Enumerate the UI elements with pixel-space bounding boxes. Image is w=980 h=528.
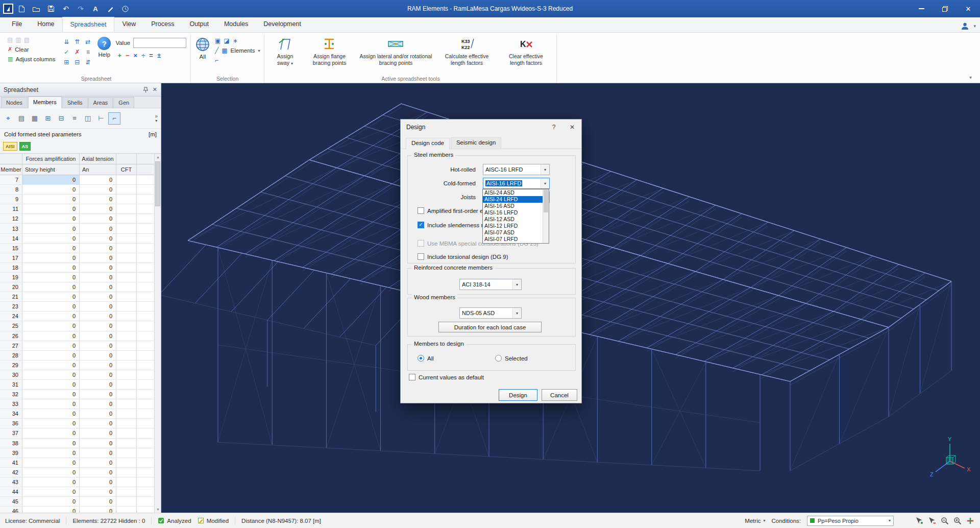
value-input[interactable] xyxy=(133,38,186,48)
grid-row-21[interactable]: 2100 xyxy=(0,292,154,302)
adjust-columns-button[interactable]: ▥Adjust columns xyxy=(6,55,57,63)
grid-row-7[interactable]: 700 xyxy=(0,175,154,185)
elements-dropdown[interactable]: Elements xyxy=(231,47,255,54)
bracket-select-icon[interactable]: ⌐ xyxy=(215,57,218,64)
title-bar[interactable]: ↶ ↷ A RAM Elements - RamLaMesa Cargas Wv… xyxy=(0,0,980,17)
radio-all-row[interactable]: All xyxy=(418,354,434,362)
menu-tab-process[interactable]: Process xyxy=(143,17,182,32)
grid-row-41[interactable]: 4100 xyxy=(0,458,154,468)
grid-row-13[interactable]: 1300 xyxy=(0,224,154,233)
panel-tool-1-icon[interactable]: ⌖ xyxy=(2,112,14,125)
tab-seismic-design[interactable]: Seismic design xyxy=(451,137,501,149)
grid-row-8[interactable]: 800 xyxy=(0,185,154,195)
grid-tool-7-icon[interactable]: ⊞ xyxy=(61,57,71,67)
grid-row-11[interactable]: 1100 xyxy=(0,204,154,214)
help-button[interactable]: ? Help xyxy=(97,35,111,58)
grid-row-17[interactable]: 1700 xyxy=(0,253,154,263)
plus-minus-icon[interactable]: ± xyxy=(157,52,161,59)
undo-icon[interactable]: ↶ xyxy=(59,2,72,15)
grid-row-27[interactable]: 2700 xyxy=(0,341,154,351)
dropdown-option[interactable]: AISI-07 LRFD xyxy=(483,236,543,243)
add-icon[interactable]: + xyxy=(117,52,121,59)
redo-icon[interactable]: ↷ xyxy=(74,2,87,15)
menu-tab-home[interactable]: Home xyxy=(30,17,62,32)
grid-row-19[interactable]: 1900 xyxy=(0,273,154,282)
amplified-checkbox-row[interactable]: Amplified first-order ela xyxy=(418,207,487,214)
panel-tab-gen[interactable]: Gen xyxy=(113,97,134,108)
assign-lateral-bracing-button[interactable]: Assign lateral and/or rotational bracing… xyxy=(357,35,434,66)
slenderness-checkbox-row[interactable]: Include slenderness rec xyxy=(418,221,489,229)
radio-selected-row[interactable]: Selected xyxy=(495,354,528,362)
dropdown-option[interactable]: AISI-12 LRFD xyxy=(483,223,543,229)
all-radio[interactable] xyxy=(418,355,424,362)
grid-row-9[interactable]: 900 xyxy=(0,195,154,204)
grid-row-37[interactable]: 3700 xyxy=(0,428,154,438)
new-file-icon[interactable] xyxy=(15,2,28,15)
col-header-story-height[interactable]: Story height xyxy=(22,164,80,175)
col-header-member[interactable]: Member xyxy=(0,164,22,175)
clear-k-factors-button[interactable]: K Clear effective length factors xyxy=(499,35,552,66)
clock-icon[interactable] xyxy=(118,2,132,15)
dropdown-option[interactable]: AISI-07 ASD xyxy=(483,229,543,236)
grid-row-32[interactable]: 3200 xyxy=(0,390,154,399)
grid-row-18[interactable]: 1800 xyxy=(0,263,154,273)
grid-tool-5-icon[interactable]: ✗ xyxy=(72,47,82,57)
grid-tool-6-icon[interactable]: ≡ xyxy=(83,47,93,57)
panel-tool-3-icon[interactable]: ▦ xyxy=(29,112,41,125)
dialog-title-bar[interactable]: Design ? ✕ xyxy=(401,119,581,135)
grid-tool-1-icon[interactable]: ⇊ xyxy=(61,37,71,46)
slenderness-checkbox[interactable] xyxy=(418,222,424,228)
line-select-icon[interactable]: ╱ xyxy=(215,47,218,54)
grid-row-38[interactable]: 3800 xyxy=(0,439,154,448)
grid-row-39[interactable]: 3900 xyxy=(0,448,154,458)
grid-row-43[interactable]: 4300 xyxy=(0,477,154,487)
criteria-select-icon[interactable]: ∗ xyxy=(233,37,238,44)
units-selector[interactable]: Metric▾ xyxy=(745,518,765,524)
scroll-down-icon[interactable]: ▼ xyxy=(155,506,161,513)
account-caret-icon[interactable]: ▾ xyxy=(973,23,976,29)
grid-tool-8-icon[interactable]: ⊟ xyxy=(72,57,82,67)
select-all-button[interactable]: All xyxy=(195,35,210,60)
menu-tab-spreadsheet[interactable]: Spreadsheet xyxy=(62,17,115,32)
duration-load-case-button[interactable]: Duration for each load case xyxy=(438,322,542,332)
panel-tool-7-icon[interactable]: ◫ xyxy=(82,112,94,125)
grid-row-33[interactable]: 3300 xyxy=(0,399,154,409)
panel-close-icon[interactable]: ✕ xyxy=(153,86,157,93)
panel-tab-areas[interactable]: Areas xyxy=(88,97,113,108)
grid-tool-3-icon[interactable]: ⇄ xyxy=(83,37,93,46)
grid-row-25[interactable]: 2500 xyxy=(0,321,154,331)
grid-row-12[interactable]: 1200 xyxy=(0,214,154,224)
dropdown-option[interactable]: AISI-16 ASD xyxy=(483,203,543,209)
scroll-up-icon[interactable]: ▲ xyxy=(155,154,161,160)
crossing-select-icon[interactable]: ◪ xyxy=(224,37,229,44)
grid-row-14[interactable]: 1400 xyxy=(0,234,154,244)
grid-row-26[interactable]: 2600 xyxy=(0,331,154,341)
concrete-code-combobox[interactable]: ACI 318-14▾ xyxy=(459,279,522,290)
amplified-checkbox[interactable] xyxy=(418,207,424,214)
grid-row-29[interactable]: 2900 xyxy=(0,361,154,370)
restore-button[interactable] xyxy=(933,0,957,17)
save-icon[interactable] xyxy=(44,2,58,15)
panel-tool-6-icon[interactable]: ≡ xyxy=(68,112,81,125)
grid-row-36[interactable]: 3600 xyxy=(0,419,154,428)
col-header-an[interactable]: An xyxy=(80,164,116,175)
torsional-checkbox[interactable] xyxy=(418,253,424,260)
grid-row-24[interactable]: 2400 xyxy=(0,311,154,321)
subtract-icon[interactable]: − xyxy=(126,52,130,59)
panel-tool-5-icon[interactable]: ⊟ xyxy=(55,112,67,125)
select-remove-icon[interactable] xyxy=(927,516,937,525)
current-values-checkbox[interactable] xyxy=(409,374,415,380)
assign-flange-bracing-button[interactable]: Assign flange bracing points xyxy=(306,35,353,66)
hot-rolled-combobox[interactable]: AISC-16 LRFD▾ xyxy=(483,164,550,175)
menu-tab-modules[interactable]: Modules xyxy=(216,17,256,32)
data-edit-icon[interactable] xyxy=(104,2,117,15)
close-button[interactable]: ✕ xyxy=(957,0,980,17)
col-header-cft[interactable]: CFT xyxy=(116,164,137,175)
account-area[interactable]: ▾ xyxy=(961,22,976,30)
condition-combobox[interactable]: Pp=Peso Propio ▾ xyxy=(807,516,894,526)
grid-row-20[interactable]: 2000 xyxy=(0,282,154,292)
grid-row-28[interactable]: 2800 xyxy=(0,351,154,361)
axes-toggle-icon[interactable] xyxy=(965,516,975,525)
menu-tab-output[interactable]: Output xyxy=(182,17,216,32)
design-button[interactable]: Design xyxy=(499,389,537,401)
